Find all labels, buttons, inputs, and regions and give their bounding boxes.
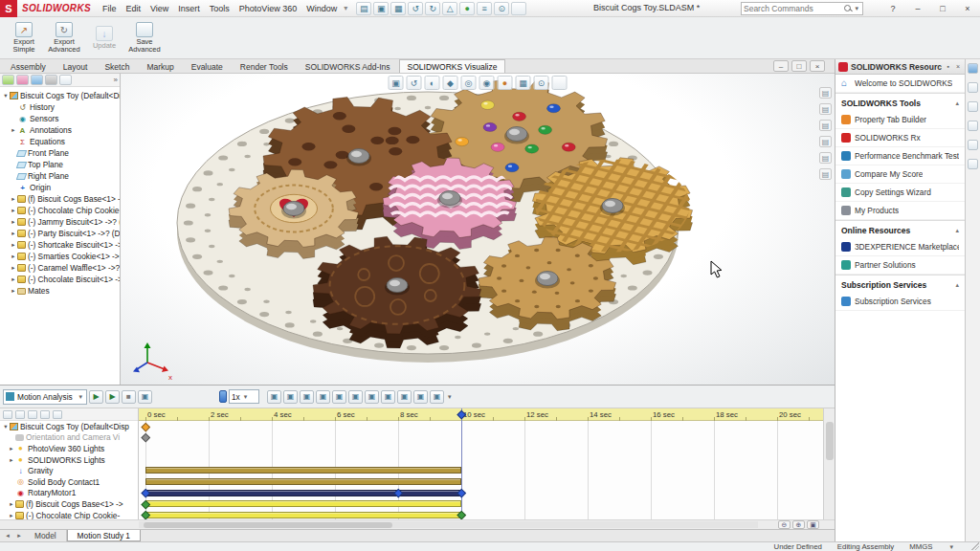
welcome-link[interactable]: Welcome to SOLIDWORKS xyxy=(835,75,965,93)
close-icon[interactable]: × xyxy=(954,63,962,70)
filter-driving-icon[interactable] xyxy=(28,410,37,419)
expand-arrow-icon[interactable]: ▸ xyxy=(10,241,17,249)
tab-scroll-left-icon[interactable]: ◂ xyxy=(2,532,13,540)
document-tab[interactable]: Motion Study 1 xyxy=(67,530,141,541)
camera-icon[interactable] xyxy=(819,152,832,164)
motion-properties-icon[interactable] xyxy=(430,390,444,404)
expand-arrow-icon[interactable]: ▸ xyxy=(10,230,17,237)
calculate-motion-icon[interactable] xyxy=(89,390,103,404)
task-pane-link[interactable]: Copy Settings Wizard xyxy=(835,184,965,202)
task-pane-link[interactable]: Compare My Score xyxy=(835,165,965,184)
pin-icon[interactable]: ▾ xyxy=(344,4,347,12)
zoom-area-icon[interactable] xyxy=(407,76,422,90)
doc-restore-icon[interactable]: □ xyxy=(791,60,807,72)
feature-tree-item[interactable]: ▸ (-) Chocolate Biscuit<1> ->? (Def xyxy=(0,274,120,285)
task-pane-home-icon[interactable] xyxy=(968,63,978,74)
feature-tree-item[interactable]: ▸ (-) Jammy Biscuit<1> ->? (Default xyxy=(0,216,120,228)
close-button[interactable]: × xyxy=(955,0,980,17)
featuremanager-tab-icon[interactable] xyxy=(2,75,14,85)
task-pane-link[interactable]: My Products xyxy=(835,202,965,220)
key-point[interactable] xyxy=(457,489,465,497)
visibility-icon[interactable] xyxy=(819,136,832,147)
help-button[interactable]: ? xyxy=(880,0,905,17)
section-subscription-services[interactable]: Subscription Services ▴ xyxy=(835,275,965,293)
ribbon-button[interactable]: Export Advanced xyxy=(45,19,83,57)
motion-tree-item[interactable]: RotaryMotor1 xyxy=(0,488,138,499)
results-plot-icon[interactable] xyxy=(413,390,428,404)
task-pane-link[interactable]: Property Tab Builder xyxy=(835,111,965,129)
command-tab[interactable]: Render Tools xyxy=(232,59,297,73)
search-icon[interactable] xyxy=(843,4,853,13)
expand-arrow-icon[interactable]: ▸ xyxy=(10,218,17,226)
ribbon-button[interactable]: Update xyxy=(85,19,123,57)
feature-tree-item[interactable]: History xyxy=(0,101,120,113)
timeline-area[interactable]: 0 sec2 sec4 sec6 sec8 sec10 sec12 sec14 … xyxy=(139,408,823,519)
timeline-bar[interactable] xyxy=(145,512,461,518)
command-tab[interactable]: Evaluate xyxy=(183,59,232,73)
edit-appearance-icon[interactable] xyxy=(516,76,531,90)
feature-tree-item[interactable]: Sensors xyxy=(0,113,120,124)
search-input[interactable] xyxy=(744,4,843,13)
spring-icon[interactable] xyxy=(365,390,379,404)
units-dropdown-icon[interactable]: ▾ xyxy=(947,543,955,551)
play-icon[interactable] xyxy=(122,390,136,404)
command-tab[interactable]: Markup xyxy=(138,59,182,73)
key-point[interactable] xyxy=(141,433,149,442)
filter-all-icon[interactable] xyxy=(3,410,12,419)
zoom-fit-icon[interactable] xyxy=(389,76,404,90)
feature-tree-item[interactable]: Right Plane xyxy=(0,170,120,182)
task-pane-link[interactable]: 3DEXPERIENCE Marketplace xyxy=(835,238,965,256)
expand-arrow-icon[interactable]: ▸ xyxy=(10,264,17,272)
command-tab[interactable]: Sketch xyxy=(96,59,138,73)
play-from-start-icon[interactable] xyxy=(105,390,120,404)
section-solidworks-tools[interactable]: SOLIDWORKS Tools ▴ xyxy=(835,93,965,111)
motion-tree-item[interactable]: ▸ (f) Biscuit Cogs Base<1> -> xyxy=(0,498,138,510)
timeline-horizontal-scrollbar[interactable] xyxy=(0,519,835,529)
print-icon[interactable] xyxy=(408,2,423,15)
timeline-zoom-in-icon[interactable] xyxy=(792,520,805,529)
motion-tree-item[interactable]: ▾ Biscuit Cogs Toy (Default<Disp xyxy=(0,421,138,432)
minimize-button[interactable]: – xyxy=(905,0,930,17)
hide-show-icon[interactable] xyxy=(498,76,513,90)
command-tab[interactable]: Layout xyxy=(55,59,97,73)
command-tab[interactable]: SOLIDWORKS Visualize xyxy=(399,59,506,73)
expand-arrow-icon[interactable]: ▸ xyxy=(10,195,17,203)
scrollbar-thumb[interactable] xyxy=(826,422,834,460)
feature-tree-item[interactable]: ▸ (-) Smarties Cookie<1> ->? (Defau xyxy=(0,251,120,262)
undo-icon[interactable] xyxy=(425,2,440,15)
time-marker[interactable] xyxy=(461,408,462,519)
options-icon[interactable] xyxy=(511,2,526,15)
playback-mode-icon[interactable] xyxy=(267,390,281,404)
visualize-queue-icon[interactable] xyxy=(819,87,832,99)
add-key-icon[interactable] xyxy=(332,390,346,404)
feature-tree-item[interactable]: Top Plane xyxy=(0,159,120,170)
feature-tree-root[interactable]: ▾ Biscuit Cogs Toy (Default<Display Stat xyxy=(0,90,120,101)
custom-properties-icon[interactable] xyxy=(968,159,978,169)
key-point[interactable] xyxy=(141,422,149,430)
section-online-resources[interactable]: Online Resources ▴ xyxy=(835,220,965,238)
scrollbar-thumb[interactable] xyxy=(144,522,392,528)
feature-tree-item[interactable]: Equations xyxy=(0,136,120,147)
view-settings-icon[interactable] xyxy=(552,76,568,90)
configurationmanager-tab-icon[interactable] xyxy=(31,75,43,85)
doc-close-icon[interactable]: × xyxy=(810,60,825,72)
animation-wizard-icon[interactable] xyxy=(300,390,314,404)
expand-arrow-icon[interactable]: ▸ xyxy=(8,512,15,519)
task-pane-link[interactable]: Partner Solutions xyxy=(835,256,965,275)
time-slider-handle[interactable] xyxy=(219,390,227,403)
menu-item[interactable]: View xyxy=(145,4,173,13)
menu-item[interactable]: Tools xyxy=(205,4,234,13)
toolbar-overflow-icon[interactable]: ▾ xyxy=(446,393,454,401)
flyout-arrow-icon[interactable]: » xyxy=(114,76,118,84)
motion-tree-item[interactable]: Solid Body Contact1 xyxy=(0,476,138,488)
display-style-icon[interactable] xyxy=(479,76,495,90)
task-pane-link[interactable]: Performance Benchmark Test xyxy=(835,147,965,165)
new-file-icon[interactable] xyxy=(356,2,371,15)
feature-tree-item[interactable]: ▸ (-) Caramel Waffle<1> ->? (Defau xyxy=(0,262,120,274)
expand-arrow-icon[interactable]: ▸ xyxy=(10,276,17,283)
tab-scroll-right-icon[interactable]: ▸ xyxy=(13,532,25,540)
menu-item[interactable]: File xyxy=(98,4,122,13)
playback-speed-select[interactable]: 1x ▾ xyxy=(229,389,259,404)
auto-key-icon[interactable] xyxy=(316,390,330,404)
feature-tree-item[interactable]: ▸ Annotations xyxy=(0,124,120,136)
